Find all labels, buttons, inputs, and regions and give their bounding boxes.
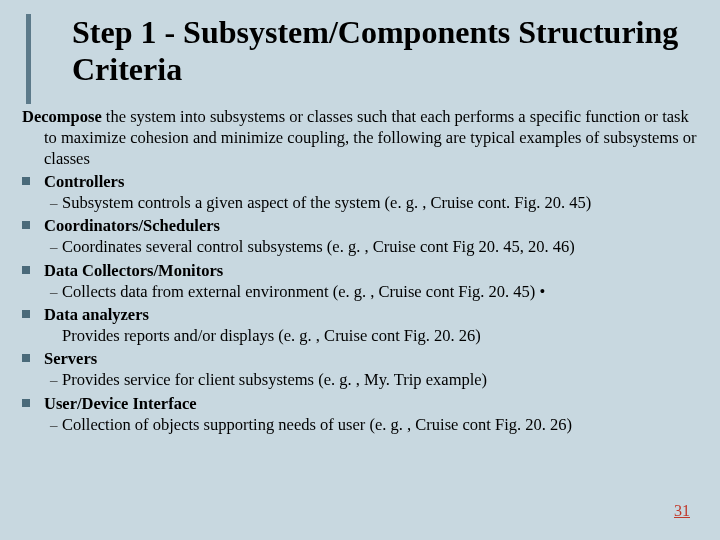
square-bullet-icon (22, 177, 30, 185)
list-item: Coordinators/Schedulers (22, 215, 698, 236)
sub-item-text: Subsystem controls a given aspect of the… (62, 192, 698, 213)
square-bullet-icon (22, 310, 30, 318)
list-item: Controllers (22, 171, 698, 192)
sub-item-text: Provides service for client subsystems (… (62, 369, 698, 390)
square-bullet-icon (22, 221, 30, 229)
sub-item: –Coordinates several control subsystems … (22, 236, 698, 257)
list-item: User/Device Interface (22, 393, 698, 414)
intro-rest: the system into subsystems or classes su… (44, 107, 697, 168)
intro-line: Decompose the system into subsystems or … (22, 106, 698, 169)
sub-item: –Collection of objects supporting needs … (22, 414, 698, 435)
sub-item: –Subsystem controls a given aspect of th… (22, 192, 698, 213)
slide-body: Decompose the system into subsystems or … (22, 106, 698, 435)
items-list: Controllers–Subsystem controls a given a… (22, 171, 698, 435)
item-label: Data analyzers (44, 304, 149, 325)
sub-item: –Collects data from external environment… (22, 281, 698, 302)
list-item: Data analyzers (22, 304, 698, 325)
square-bullet-icon (22, 399, 30, 407)
list-item: Servers (22, 348, 698, 369)
sub-item-text: Coordinates several control subsystems (… (62, 236, 698, 257)
dash-bullet-icon: – (50, 414, 62, 435)
item-label: Servers (44, 348, 97, 369)
sub-item-text: Collects data from external environment … (62, 281, 698, 302)
sub-item: Provides reports and/or displays (e. g. … (22, 325, 698, 346)
square-bullet-icon (22, 266, 30, 274)
list-item: Data Collectors/Monitors (22, 260, 698, 281)
slide-title: Step 1 - Subsystem/Components Structurin… (72, 14, 698, 88)
dash-bullet-icon (50, 325, 62, 326)
title-accent-bar (26, 14, 31, 104)
dash-bullet-icon: – (50, 192, 62, 213)
dash-bullet-icon: – (50, 369, 62, 390)
page-number: 31 (674, 502, 690, 520)
item-label: Coordinators/Schedulers (44, 215, 220, 236)
square-bullet-icon (22, 354, 30, 362)
title-block: Step 1 - Subsystem/Components Structurin… (72, 14, 698, 88)
sub-item: –Provides service for client subsystems … (22, 369, 698, 390)
slide: Step 1 - Subsystem/Components Structurin… (0, 0, 720, 540)
sub-item-text: Provides reports and/or displays (e. g. … (62, 325, 698, 346)
item-label: Data Collectors/Monitors (44, 260, 223, 281)
dash-bullet-icon: – (50, 281, 62, 302)
sub-item-text: Collection of objects supporting needs o… (62, 414, 698, 435)
item-label: Controllers (44, 171, 124, 192)
dash-bullet-icon: – (50, 236, 62, 257)
item-label: User/Device Interface (44, 393, 197, 414)
intro-lead: Decompose (22, 107, 102, 126)
